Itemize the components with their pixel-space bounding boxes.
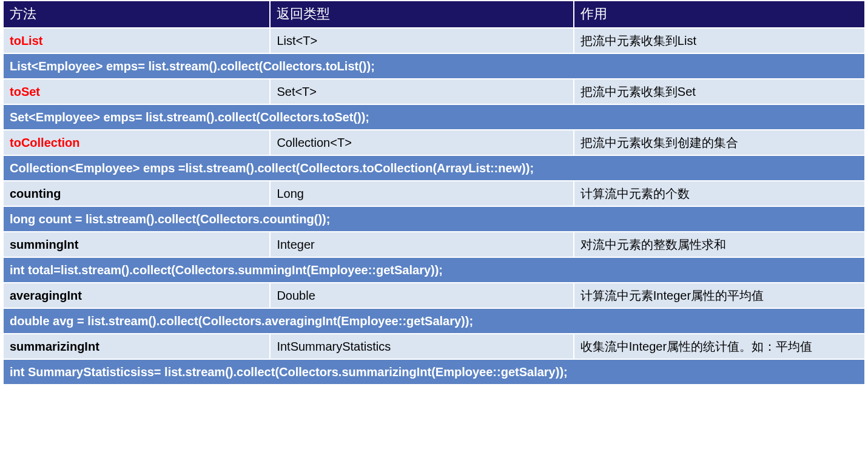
cell-method: toCollection: [3, 130, 270, 155]
cell-method: summingInt: [3, 232, 270, 257]
cell-method: summarizingInt: [3, 334, 270, 359]
table-row: Collection<Employee> emps =list.stream()…: [3, 155, 865, 181]
cell-return-type: IntSummaryStatistics: [270, 334, 573, 359]
cell-description: 计算流中元素Integer属性的平均值: [574, 283, 865, 308]
header-method: 方法: [3, 1, 270, 28]
cell-method: toList: [3, 28, 270, 53]
cell-description: 把流中元素收集到Set: [574, 79, 865, 104]
table-row: int SummaryStatisticsiss= list.stream().…: [3, 359, 865, 385]
cell-code-example: double avg = list.stream().collect(Colle…: [3, 308, 865, 334]
header-return-type: 返回类型: [270, 1, 573, 28]
cell-code-example: Collection<Employee> emps =list.stream()…: [3, 155, 865, 181]
cell-method: toSet: [3, 79, 270, 104]
cell-code-example: long count = list.stream().collect(Colle…: [3, 206, 865, 232]
table-header-row: 方法 返回类型 作用: [3, 1, 865, 28]
cell-description: 对流中元素的整数属性求和: [574, 232, 865, 257]
table-row: double avg = list.stream().collect(Colle…: [3, 308, 865, 334]
cell-code-example: Set<Employee> emps= list.stream().collec…: [3, 104, 865, 130]
collectors-table: 方法 返回类型 作用 toListList<T>把流中元素收集到ListList…: [2, 0, 866, 385]
cell-code-example: int total=list.stream().collect(Collecto…: [3, 257, 865, 283]
cell-method: averagingInt: [3, 283, 270, 308]
table-row: summingIntInteger对流中元素的整数属性求和: [3, 232, 865, 257]
cell-return-type: Long: [270, 181, 573, 206]
table-row: List<Employee> emps= list.stream().colle…: [3, 53, 865, 79]
table-row: averagingIntDouble计算流中元素Integer属性的平均值: [3, 283, 865, 308]
cell-description: 把流中元素收集到创建的集合: [574, 130, 865, 155]
table-row: toListList<T>把流中元素收集到List: [3, 28, 865, 53]
cell-return-type: List<T>: [270, 28, 573, 53]
table-row: summarizingIntIntSummaryStatistics收集流中In…: [3, 334, 865, 359]
cell-return-type: Collection<T>: [270, 130, 573, 155]
cell-description: 把流中元素收集到List: [574, 28, 865, 53]
cell-code-example: List<Employee> emps= list.stream().colle…: [3, 53, 865, 79]
table-row: toCollectionCollection<T>把流中元素收集到创建的集合: [3, 130, 865, 155]
cell-return-type: Double: [270, 283, 573, 308]
cell-description: 计算流中元素的个数: [574, 181, 865, 206]
table-row: int total=list.stream().collect(Collecto…: [3, 257, 865, 283]
cell-return-type: Set<T>: [270, 79, 573, 104]
cell-return-type: Integer: [270, 232, 573, 257]
table-row: countingLong计算流中元素的个数: [3, 181, 865, 206]
cell-description: 收集流中Integer属性的统计值。如：平均值: [574, 334, 865, 359]
table-row: toSetSet<T>把流中元素收集到Set: [3, 79, 865, 104]
cell-method: counting: [3, 181, 270, 206]
table-row: Set<Employee> emps= list.stream().collec…: [3, 104, 865, 130]
cell-code-example: int SummaryStatisticsiss= list.stream().…: [3, 359, 865, 385]
header-description: 作用: [574, 1, 865, 28]
table-row: long count = list.stream().collect(Colle…: [3, 206, 865, 232]
